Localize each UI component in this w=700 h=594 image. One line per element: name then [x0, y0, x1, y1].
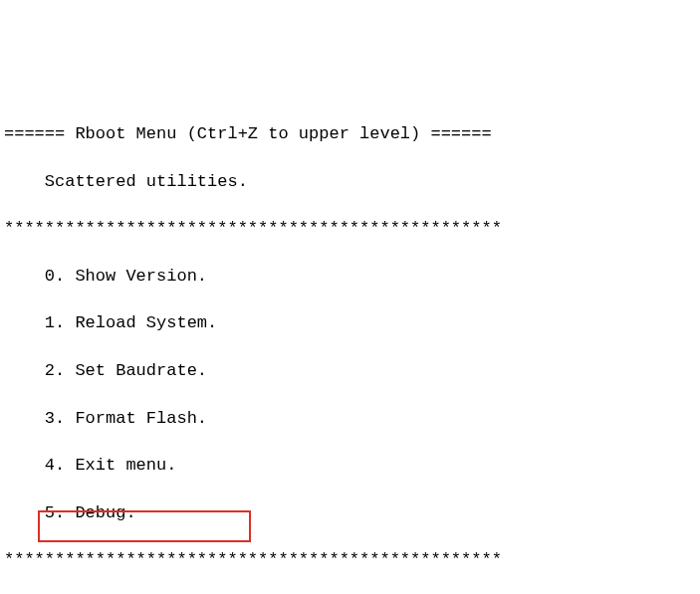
- menu1-divider2: ****************************************…: [4, 548, 696, 572]
- menu1-item-4: 4. Exit menu.: [4, 454, 696, 478]
- menu1-item-0: 0. Show Version.: [4, 265, 696, 289]
- menu1-item-5: 5. Debug.: [4, 501, 696, 525]
- menu1-divider: ****************************************…: [4, 217, 696, 241]
- menu1-item-1: 1. Reload System.: [4, 311, 696, 335]
- menu1-item-2: 2. Set Baudrate.: [4, 359, 696, 383]
- menu1-item-3: 3. Format Flash.: [4, 407, 696, 431]
- menu1-subtitle: Scattered utilities.: [4, 170, 696, 194]
- terminal-output: ====== Rboot Menu (Ctrl+Z to upper level…: [4, 99, 696, 594]
- menu1-header: ====== Rboot Menu (Ctrl+Z to upper level…: [4, 122, 696, 146]
